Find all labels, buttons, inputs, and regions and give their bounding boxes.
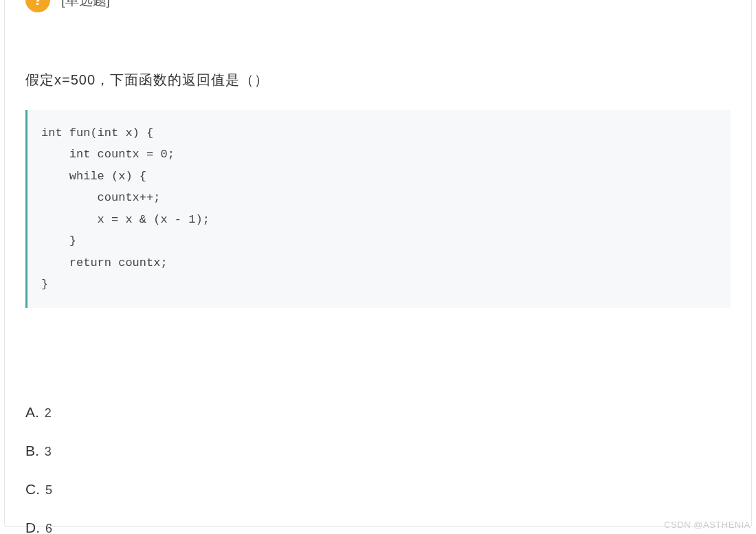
- watermark: CSDN @ASTHENIA: [664, 520, 751, 530]
- option-a[interactable]: A. 2: [25, 404, 731, 421]
- option-letter: C.: [25, 481, 40, 498]
- badge-glyph: ?: [33, 0, 42, 9]
- question-mark-icon: ?: [25, 0, 50, 12]
- option-value: 2: [45, 406, 52, 421]
- option-letter: B.: [25, 443, 39, 459]
- question-card: ? [单选题] 假定x=500，下面函数的返回值是（） int fun(int …: [4, 0, 752, 527]
- option-value: 5: [45, 483, 52, 498]
- question-text: 假定x=500，下面函数的返回值是（）: [25, 71, 731, 89]
- option-value: 3: [45, 445, 52, 459]
- question-header: ? [单选题]: [25, 0, 731, 12]
- option-d[interactable]: D. 6: [25, 520, 731, 535]
- option-c[interactable]: C. 5: [25, 481, 731, 498]
- question-type-label: [单选题]: [61, 0, 110, 10]
- options-list: A. 2 B. 3 C. 5 D. 6: [25, 404, 731, 535]
- option-letter: A.: [25, 404, 39, 421]
- option-b[interactable]: B. 3: [25, 443, 731, 459]
- option-letter: D.: [25, 520, 40, 535]
- code-block: int fun(int x) { int countx = 0; while (…: [25, 110, 731, 308]
- option-value: 6: [45, 522, 52, 535]
